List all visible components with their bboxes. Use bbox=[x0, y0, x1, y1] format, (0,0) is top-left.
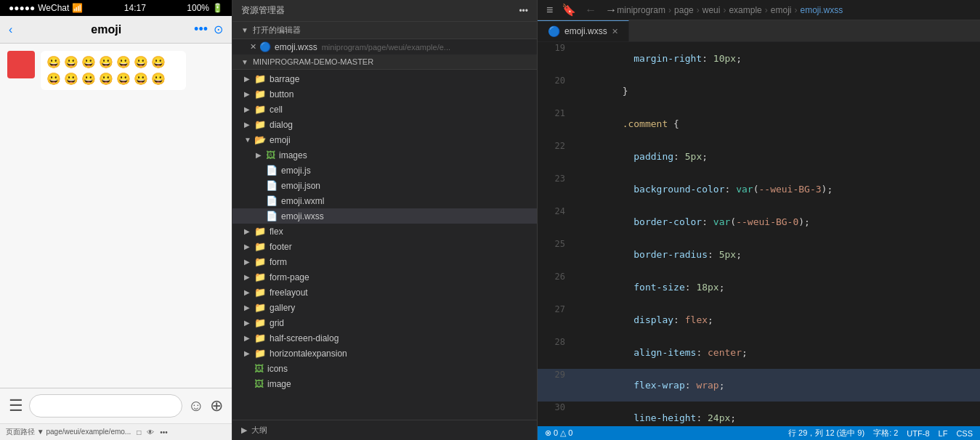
bookmark-icon[interactable]: 🔖 bbox=[562, 3, 576, 17]
button-label: button bbox=[270, 89, 293, 99]
line-ending: LF bbox=[939, 429, 948, 438]
explorer-dots-icon[interactable]: ••• bbox=[519, 6, 528, 16]
carrier-label: WeChat bbox=[38, 3, 69, 13]
freelayout-arrow: ▶ bbox=[244, 288, 254, 296]
button-folder-icon: 📁 bbox=[254, 89, 266, 99]
code-token: : bbox=[685, 380, 697, 391]
form-arrow: ▶ bbox=[244, 258, 254, 266]
form-label: form bbox=[270, 257, 287, 267]
hamburger-icon[interactable]: ≡ bbox=[546, 4, 553, 17]
open-editors-arrow: ▼ bbox=[241, 26, 248, 34]
code-token: ; bbox=[742, 347, 748, 358]
code-content-26: font-size: 18px; bbox=[577, 271, 725, 303]
explorer-title: 资源管理器 bbox=[241, 4, 285, 17]
tree-item-form[interactable]: ▶ 📁 form bbox=[232, 254, 537, 269]
line-number-21: 21 bbox=[543, 107, 565, 118]
footer-folder-icon: 📁 bbox=[254, 241, 266, 252]
line-number-24: 24 bbox=[543, 205, 565, 216]
tree-item-form-page[interactable]: ▶ 📁 form-page bbox=[232, 269, 537, 285]
tree-item-horizontalexpansion[interactable]: ▶ 📁 horizontalexpansion bbox=[232, 346, 537, 361]
tree-item-emoji[interactable]: ▼ 📂 emoji bbox=[232, 132, 537, 147]
tree-item-half-screen-dialog[interactable]: ▶ 📁 half-screen-dialog bbox=[232, 330, 537, 346]
code-token: align-items bbox=[623, 347, 697, 358]
screen-icon[interactable]: □ bbox=[137, 428, 141, 436]
tree-item-emoji-wxss[interactable]: 📄 emoji.wxss bbox=[232, 208, 537, 224]
breadcrumb: miniprogram › page › weui › example › em… bbox=[617, 5, 843, 15]
tree-item-dialog[interactable]: ▶ 📁 dialog bbox=[232, 117, 537, 132]
explorer-bottom[interactable]: ▶ 大纲 bbox=[232, 420, 537, 440]
phone-nav-bar: ‹ emoji ••• ⊙ bbox=[0, 16, 232, 44]
code-token: ); bbox=[798, 216, 810, 227]
message-input[interactable] bbox=[29, 394, 182, 417]
emoji-wxss-label: emoji.wxss bbox=[281, 211, 324, 221]
footer-arrow: ▶ bbox=[244, 243, 254, 250]
horizontalexpansion-arrow: ▶ bbox=[244, 349, 254, 357]
emoji-wxss-icon: 📄 bbox=[266, 211, 278, 221]
line-number-27: 27 bbox=[543, 303, 565, 314]
code-token: ; bbox=[708, 314, 713, 325]
editor-panel: ≡ 🔖 ← → miniprogram › page › weui › exam… bbox=[538, 0, 980, 440]
code-token: wrap bbox=[696, 380, 718, 391]
tree-item-cell[interactable]: ▶ 📁 cell bbox=[232, 102, 537, 117]
emoji-picker-icon[interactable]: ☺ bbox=[188, 396, 204, 415]
forward-nav-icon[interactable]: → bbox=[605, 4, 617, 17]
breadcrumb-sep1: › bbox=[668, 5, 671, 15]
tab-close-button[interactable]: ✕ bbox=[612, 27, 618, 36]
tree-item-flex[interactable]: ▶ 📁 flex bbox=[232, 224, 537, 239]
tree-item-barrage[interactable]: ▶ 📁 barrage bbox=[232, 71, 537, 86]
code-editor[interactable]: 19 margin-right: 10px; 20 } 21 .comment … bbox=[538, 42, 980, 426]
project-section[interactable]: ▼ MINIPROGRAM-DEMO-MASTER bbox=[232, 54, 537, 70]
open-editors-section[interactable]: ▼ 打开的编辑器 bbox=[232, 22, 537, 39]
half-screen-dialog-folder-icon: 📁 bbox=[254, 333, 266, 343]
tree-item-gallery[interactable]: ▶ 📁 gallery bbox=[232, 300, 537, 315]
code-token: : bbox=[696, 412, 708, 423]
emoji-js-label: emoji.js bbox=[281, 166, 311, 176]
tree-item-icons[interactable]: 🖼 icons bbox=[232, 361, 537, 376]
tab-emoji-wxss[interactable]: 🔵 emoji.wxss ✕ bbox=[538, 20, 629, 41]
code-token: ; bbox=[736, 53, 742, 64]
tree-item-emoji-json[interactable]: 📄 emoji.json bbox=[232, 178, 537, 193]
tree-item-footer[interactable]: ▶ 📁 footer bbox=[232, 239, 537, 254]
open-file-item[interactable]: ✕ 🔵 emoji.wxss miniprogram/page/weui/exa… bbox=[232, 39, 537, 54]
outline-arrow: ▶ bbox=[241, 425, 247, 435]
tree-item-images[interactable]: ▶ 🖼 images bbox=[232, 147, 537, 163]
code-token: background-color bbox=[623, 184, 725, 195]
menu-icon[interactable]: ☰ bbox=[9, 396, 23, 415]
tree-item-button[interactable]: ▶ 📁 button bbox=[232, 86, 537, 102]
open-file-close[interactable]: ✕ bbox=[250, 42, 256, 52]
nav-dots-button[interactable]: ••• bbox=[194, 22, 208, 37]
line-number-30: 30 bbox=[543, 402, 565, 412]
code-token: --weui-BG-0 bbox=[736, 216, 798, 227]
code-token: : bbox=[708, 249, 719, 260]
tree-item-emoji-js[interactable]: 📄 emoji.js bbox=[232, 163, 537, 178]
horizontalexpansion-folder-icon: 📁 bbox=[254, 348, 266, 359]
code-token: ; bbox=[730, 412, 736, 423]
tree-item-freelayout[interactable]: ▶ 📁 freelayout bbox=[232, 285, 537, 300]
code-content-25: border-radius: 5px; bbox=[577, 238, 742, 271]
dialog-label: dialog bbox=[270, 120, 293, 130]
open-file-icon: 🔵 bbox=[259, 41, 271, 52]
tree-item-grid[interactable]: ▶ 📁 grid bbox=[232, 315, 537, 330]
emoji-7: 😀 bbox=[151, 55, 166, 69]
code-token: flex-wrap bbox=[623, 380, 685, 391]
code-token: : bbox=[725, 184, 737, 195]
back-button[interactable]: ‹ bbox=[9, 23, 12, 36]
nav-capture-button[interactable]: ⊙ bbox=[214, 23, 223, 36]
battery-label: 100% bbox=[187, 3, 209, 13]
emoji-10: 😀 bbox=[81, 72, 96, 86]
code-token: ); bbox=[822, 184, 833, 195]
code-line-21: 21 .comment { bbox=[538, 107, 980, 140]
line-number-28: 28 bbox=[543, 336, 565, 347]
footer-label: footer bbox=[270, 242, 292, 252]
battery-icon: 🔋 bbox=[212, 3, 223, 13]
code-token: ; bbox=[719, 380, 725, 391]
code-token: ; bbox=[719, 282, 725, 293]
eye-icon[interactable]: 👁 bbox=[147, 428, 154, 436]
tree-item-image[interactable]: 🖼 image bbox=[232, 376, 537, 391]
add-icon[interactable]: ⊕ bbox=[210, 396, 223, 415]
tree-item-emoji-wxml[interactable]: 📄 emoji.wxml bbox=[232, 193, 537, 208]
code-token: 5px bbox=[685, 151, 702, 162]
editor-toolbar-left: ≡ 🔖 ← → bbox=[546, 3, 617, 17]
back-nav-icon[interactable]: ← bbox=[585, 4, 596, 17]
more-icon[interactable]: ••• bbox=[160, 428, 168, 436]
